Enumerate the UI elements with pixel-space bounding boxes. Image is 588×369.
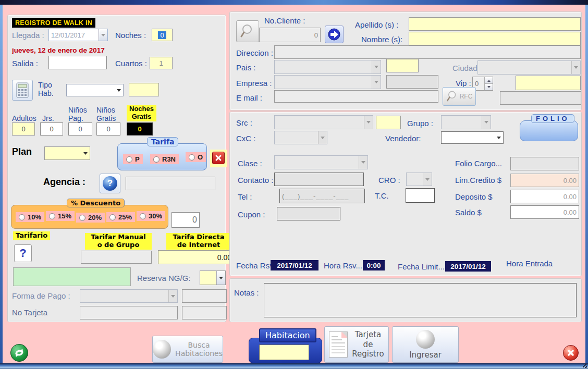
tarifa-directa-input[interactable]: 0.00 <box>158 250 234 264</box>
descuento-option-25[interactable]: 25% <box>106 212 135 222</box>
window-title-strip[interactable] <box>0 0 588 5</box>
descuento-option-15[interactable]: 15% <box>46 211 75 221</box>
radio-30-icon[interactable] <box>140 213 146 219</box>
ingresar-button[interactable]: Ingresar <box>392 326 459 363</box>
cro-dropdown-icon[interactable] <box>423 173 432 186</box>
tarifar-manual-input[interactable] <box>81 251 152 264</box>
contacto-input[interactable] <box>274 173 364 186</box>
rate-result-display[interactable] <box>13 267 131 286</box>
lim-credito-input[interactable]: 0.00 <box>510 174 579 187</box>
radio-20-icon[interactable] <box>79 215 85 221</box>
tipo-hab-rate-input[interactable] <box>129 83 159 96</box>
descuento-option-10[interactable]: 10% <box>16 212 44 222</box>
src-dropdown-icon[interactable] <box>364 116 373 129</box>
tarjeta-registro-button[interactable]: Tarjeta de Registro <box>324 326 389 363</box>
tc-input[interactable] <box>406 188 435 203</box>
cupon-input[interactable] <box>277 207 340 220</box>
grupo-combo[interactable] <box>441 115 491 129</box>
saldo-input[interactable]: 0.00 <box>510 205 579 219</box>
jrs-input[interactable]: 0 <box>40 122 63 136</box>
descuento-option-20[interactable]: 20% <box>76 213 105 223</box>
forma-pago-combo[interactable] <box>80 289 178 303</box>
rfc-extra-box[interactable] <box>500 91 581 105</box>
busca-habitaciones-button[interactable]: Busca Habitaciones <box>152 336 223 363</box>
nombre-input[interactable] <box>409 32 581 45</box>
vendedor-combo[interactable] <box>441 131 504 144</box>
cuartos-input[interactable]: 1 <box>150 57 173 69</box>
descuento-option-30[interactable]: 30% <box>137 211 165 221</box>
src-code-input[interactable] <box>376 116 401 129</box>
cro-combo[interactable] <box>406 173 432 186</box>
tipo-hab-dropdown-icon[interactable] <box>114 84 123 96</box>
clase-combo[interactable] <box>274 155 368 169</box>
radio-o-icon[interactable] <box>189 154 195 161</box>
go-button[interactable] <box>325 26 344 43</box>
email-input[interactable] <box>274 90 438 103</box>
radio-15-icon[interactable] <box>49 213 55 219</box>
habitacion-input[interactable] <box>259 345 309 360</box>
radio-10-icon[interactable] <box>19 214 25 220</box>
agencia-help-button[interactable]: ? <box>100 174 120 193</box>
ciudad-combo[interactable] <box>477 60 581 75</box>
grupo-dropdown-icon[interactable] <box>482 116 491 129</box>
tarifa-option-o[interactable]: O <box>186 152 206 162</box>
close-button[interactable] <box>563 345 579 361</box>
vip-down-button[interactable] <box>485 83 493 90</box>
radio-p-icon[interactable] <box>126 156 132 163</box>
folio-cargo-box[interactable] <box>510 157 579 170</box>
resize-grip[interactable] <box>583 364 587 368</box>
radio-25-icon[interactable] <box>109 214 116 220</box>
clase-dropdown-icon[interactable] <box>359 156 368 169</box>
adultos-input[interactable]: 0 <box>12 122 35 136</box>
plan-dropdown-icon[interactable] <box>81 147 90 159</box>
agencia-input[interactable] <box>126 177 215 190</box>
rfc-button[interactable]: RFC <box>443 87 476 106</box>
pais-code-input[interactable] <box>386 59 419 72</box>
ninos-gratis-input[interactable]: 0 <box>96 122 120 136</box>
descuento-input[interactable]: 0 <box>172 212 200 228</box>
no-cliente-input[interactable]: 0 <box>259 28 321 42</box>
cxc-combo[interactable] <box>274 131 327 144</box>
llegada-label: Llegada : <box>12 31 44 40</box>
tarifa-caption: Tarifa <box>147 137 178 146</box>
ninos-pag-input[interactable]: 0 <box>68 122 92 136</box>
pais-dropdown-icon[interactable] <box>372 60 381 73</box>
forma-pago-dropdown-icon[interactable] <box>168 290 177 302</box>
tel-input[interactable]: (___)___-____-___ <box>279 189 365 203</box>
empresa-dropdown-icon[interactable] <box>372 76 381 89</box>
salida-input[interactable] <box>48 56 107 69</box>
empresa-combo[interactable] <box>274 75 381 89</box>
apellido-input[interactable] <box>409 17 581 31</box>
tarifa-clear-button[interactable] <box>212 152 225 164</box>
tarifario-help-button[interactable]: ? <box>14 244 32 262</box>
search-client-button[interactable] <box>236 20 259 42</box>
plan-combo[interactable] <box>44 146 90 160</box>
rate-calc-button[interactable] <box>12 80 33 101</box>
pais-combo[interactable] <box>274 60 381 74</box>
llegada-date-combo[interactable]: 12/01/2017 <box>48 29 108 41</box>
ciudad-dropdown-icon[interactable] <box>571 61 580 74</box>
src-combo[interactable] <box>274 115 373 129</box>
forma-pago-extra-box[interactable] <box>182 289 227 303</box>
llegada-dropdown-icon[interactable] <box>99 29 107 41</box>
noches-gratis-value[interactable]: 0 <box>127 122 153 136</box>
tarifa-option-p[interactable]: P <box>123 154 143 164</box>
notas-textarea[interactable] <box>264 283 577 317</box>
direccion-input[interactable] <box>274 45 581 59</box>
vendedor-dropdown-icon[interactable] <box>494 132 503 143</box>
reserva-ng-dropdown-icon[interactable] <box>216 271 225 285</box>
vip-code-input[interactable] <box>516 76 581 90</box>
vip-up-button[interactable] <box>485 77 493 83</box>
empresa-extra-box[interactable] <box>386 75 438 89</box>
cxc-dropdown-icon[interactable] <box>318 131 327 144</box>
tarifa-option-r3n[interactable]: R3N <box>150 154 179 164</box>
reserva-ng-combo[interactable] <box>200 270 226 285</box>
folio-button[interactable] <box>520 120 578 141</box>
refresh-button[interactable] <box>10 344 28 362</box>
no-tarjeta-extra-box[interactable] <box>182 306 227 319</box>
deposito-input[interactable]: 0.00 <box>510 190 579 203</box>
no-tarjeta-input[interactable] <box>80 306 178 319</box>
radio-r3n-icon[interactable] <box>153 156 160 163</box>
noches-input[interactable]: 0 <box>152 29 173 41</box>
tipo-hab-combo[interactable] <box>66 84 124 96</box>
